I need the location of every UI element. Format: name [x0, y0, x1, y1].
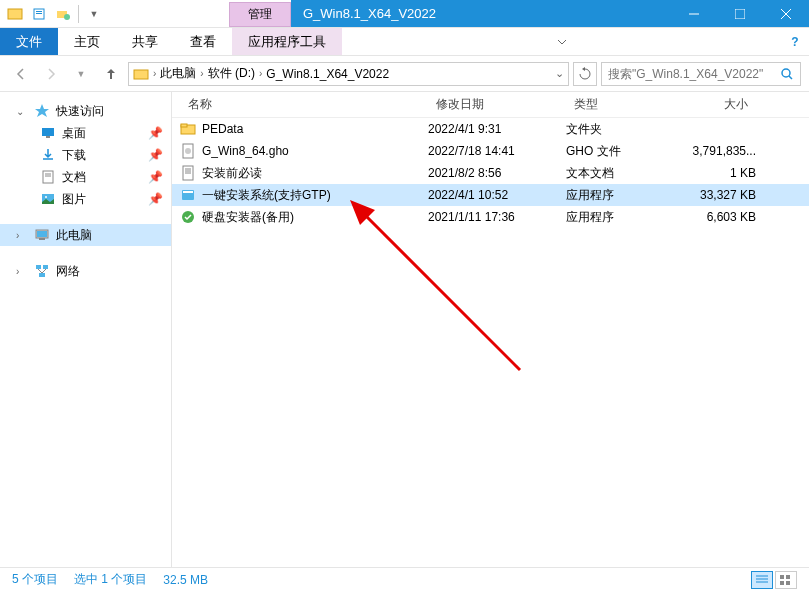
svg-line-12 — [789, 76, 792, 79]
file-date: 2022/4/1 10:52 — [428, 188, 566, 202]
file-row[interactable]: 硬盘安装器(备用) 2021/1/11 17:36 应用程序 6,603 KB — [172, 206, 809, 228]
nav-back-button[interactable] — [8, 61, 34, 87]
file-type: GHO 文件 — [566, 143, 676, 160]
column-date[interactable]: 修改日期 — [428, 96, 566, 113]
file-name: 一键安装系统(支持GTP) — [202, 187, 331, 204]
tree-downloads[interactable]: 下载 📌 — [0, 144, 171, 166]
pin-icon: 📌 — [148, 148, 163, 162]
pin-icon: 📌 — [148, 192, 163, 206]
minimize-button[interactable] — [671, 0, 717, 27]
file-list: 名称 修改日期 类型 大小 PEData 2022/4/1 9:31 文件夹 G… — [172, 92, 809, 567]
contextual-tab-manage[interactable]: 管理 — [229, 2, 291, 27]
svg-rect-45 — [786, 581, 790, 585]
qat-dropdown[interactable]: ▼ — [83, 3, 105, 25]
tree-this-pc[interactable]: › 此电脑 — [0, 224, 171, 246]
chevron-icon[interactable]: › — [200, 68, 203, 79]
qat-properties[interactable] — [28, 3, 50, 25]
document-icon — [40, 169, 56, 185]
svg-point-5 — [64, 14, 70, 20]
file-name: 硬盘安装器(备用) — [202, 209, 294, 226]
svg-rect-13 — [42, 128, 54, 136]
breadcrumb-item[interactable]: G_Win8.1_X64_V2022 — [266, 67, 389, 81]
expand-icon[interactable]: › — [16, 266, 28, 277]
ribbon-help-button[interactable]: ? — [781, 35, 809, 49]
tree-network[interactable]: › 网络 — [0, 260, 171, 282]
column-name[interactable]: 名称 — [180, 96, 428, 113]
nav-up-button[interactable] — [98, 61, 124, 87]
breadcrumb-item[interactable]: 此电脑 — [160, 65, 196, 82]
network-icon — [34, 263, 50, 279]
tree-documents[interactable]: 文档 📌 — [0, 166, 171, 188]
svg-rect-10 — [134, 70, 148, 79]
ribbon-expand-button[interactable] — [548, 36, 576, 48]
navigation-pane: ⌄ 快速访问 桌面 📌 下载 📌 文档 📌 图片 📌 › 此电脑 — [0, 92, 172, 567]
view-details-button[interactable] — [751, 571, 773, 589]
svg-point-31 — [185, 148, 191, 154]
svg-rect-24 — [43, 265, 48, 269]
svg-rect-0 — [8, 9, 22, 19]
view-icons-button[interactable] — [775, 571, 797, 589]
exe-green-icon — [180, 209, 196, 225]
ribbon-tab-share[interactable]: 共享 — [116, 28, 174, 55]
refresh-button[interactable] — [573, 62, 597, 86]
svg-rect-7 — [735, 9, 745, 19]
maximize-button[interactable] — [717, 0, 763, 27]
expand-icon[interactable]: ⌄ — [16, 106, 28, 117]
ribbon-tab-home[interactable]: 主页 — [58, 28, 116, 55]
nav-recent-dropdown[interactable]: ▼ — [68, 61, 94, 87]
tree-quick-access[interactable]: ⌄ 快速访问 — [0, 100, 171, 122]
download-icon — [40, 147, 56, 163]
file-row[interactable]: 一键安装系统(支持GTP) 2022/4/1 10:52 应用程序 33,327… — [172, 184, 809, 206]
address-bar[interactable]: › 此电脑 › 软件 (D:) › G_Win8.1_X64_V2022 ⌄ — [128, 62, 569, 86]
file-date: 2022/7/18 14:41 — [428, 144, 566, 158]
star-icon — [34, 103, 50, 119]
tree-label: 此电脑 — [56, 227, 92, 244]
file-name: 安装前必读 — [202, 165, 262, 182]
file-size: 3,791,835... — [676, 144, 756, 158]
file-type: 文件夹 — [566, 121, 676, 138]
file-name: G_Win8_64.gho — [202, 144, 289, 158]
file-row[interactable]: 安装前必读 2021/8/2 8:56 文本文档 1 KB — [172, 162, 809, 184]
breadcrumb-item[interactable]: 软件 (D:) — [208, 65, 255, 82]
status-item-count: 5 个项目 — [12, 571, 58, 588]
file-type: 应用程序 — [566, 209, 676, 226]
svg-rect-44 — [780, 581, 784, 585]
qat-new-folder[interactable] — [52, 3, 74, 25]
svg-rect-29 — [181, 124, 187, 127]
svg-point-19 — [45, 196, 47, 198]
file-row[interactable]: PEData 2022/4/1 9:31 文件夹 — [172, 118, 809, 140]
svg-rect-21 — [37, 231, 47, 237]
close-button[interactable] — [763, 0, 809, 27]
file-row[interactable]: G_Win8_64.gho 2022/7/18 14:41 GHO 文件 3,7… — [172, 140, 809, 162]
ribbon-tab-file[interactable]: 文件 — [0, 28, 58, 55]
chevron-icon[interactable]: › — [259, 68, 262, 79]
tree-desktop[interactable]: 桌面 📌 — [0, 122, 171, 144]
svg-rect-22 — [39, 238, 45, 240]
window-title: G_Win8.1_X64_V2022 — [291, 0, 671, 27]
expand-icon[interactable]: › — [16, 230, 28, 241]
tree-label: 下载 — [62, 147, 86, 164]
search-input[interactable] — [608, 67, 776, 81]
file-date: 2021/8/2 8:56 — [428, 166, 566, 180]
file-date: 2021/1/11 17:36 — [428, 210, 566, 224]
column-type[interactable]: 类型 — [566, 96, 676, 113]
ribbon-tab-view[interactable]: 查看 — [174, 28, 232, 55]
exe-blue-icon — [180, 187, 196, 203]
app-icon — [4, 3, 26, 25]
chevron-icon[interactable]: › — [153, 68, 156, 79]
svg-rect-25 — [39, 273, 45, 277]
desktop-icon — [40, 125, 56, 141]
search-box[interactable] — [601, 62, 801, 86]
svg-line-27 — [42, 269, 46, 273]
ribbon-tab-app-tools[interactable]: 应用程序工具 — [232, 28, 342, 55]
search-icon[interactable] — [780, 67, 794, 81]
tree-label: 桌面 — [62, 125, 86, 142]
file-type: 应用程序 — [566, 187, 676, 204]
quick-access-toolbar: ▼ — [0, 3, 109, 25]
address-dropdown-icon[interactable]: ⌄ — [555, 67, 564, 80]
tree-pictures[interactable]: 图片 📌 — [0, 188, 171, 210]
svg-line-26 — [38, 269, 42, 273]
status-selected-size: 32.5 MB — [163, 573, 208, 587]
column-size[interactable]: 大小 — [676, 96, 756, 113]
nav-forward-button[interactable] — [38, 61, 64, 87]
